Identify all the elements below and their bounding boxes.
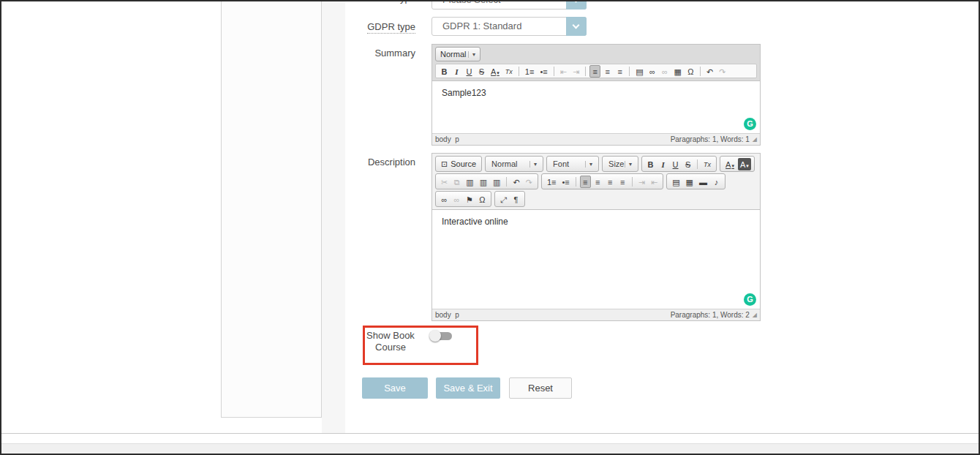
links-group: ∞∞⚑Ω — [435, 191, 491, 207]
bold-icon[interactable]: B — [439, 65, 450, 78]
bg-color-icon[interactable]: A▾ — [738, 158, 751, 170]
resize-handle-icon[interactable]: ◢ — [753, 136, 757, 143]
grammarly-icon[interactable]: G — [744, 118, 756, 130]
redo-icon: ↷ — [524, 176, 535, 188]
description-editor: ⊡SourceNormal▾Font▾Size▾BIUSTxA▾A▾ ✂⧉▥▥▥… — [431, 153, 761, 321]
strikethrough-icon[interactable]: S — [682, 158, 693, 170]
chevron-down-icon: ▾ — [497, 70, 500, 75]
font-dropdown[interactable]: Font▾ — [549, 157, 596, 170]
table-icon[interactable]: ▦ — [684, 176, 696, 188]
align-left-icon[interactable]: ≡ — [589, 65, 600, 78]
insert-group: ▤▦▬♪ — [666, 173, 725, 189]
italic-icon[interactable]: I — [657, 158, 668, 170]
table-icon[interactable]: ▦ — [672, 65, 684, 78]
gdpr-type-dropdown[interactable]: GDPR 1: Standard — [431, 17, 587, 36]
clear-formatting-icon[interactable]: Tx — [503, 65, 515, 78]
resize-handle-icon[interactable]: ◢ — [753, 312, 757, 319]
underline-icon[interactable]: U — [464, 65, 475, 78]
align-center-icon[interactable]: ≡ — [602, 65, 613, 78]
source-button[interactable]: ⊡Source — [438, 157, 479, 170]
iframe-icon[interactable]: ▬ — [697, 176, 709, 188]
description-editor-statusbar: body p Paragraphs: 1, Words: 2 ◢ — [432, 309, 760, 320]
element-path[interactable]: body p — [435, 311, 459, 319]
align-right-icon[interactable]: ≡ — [605, 176, 616, 188]
summary-editor: Normal ▾ BIUSA▾Tx1≡•≡⇤⇥≡≡≡▤∞∞▦Ω↶↷ Sample… — [431, 44, 761, 146]
clear-formatting-icon[interactable]: Tx — [701, 158, 713, 170]
description-toolbar-row: ✂⧉▥▥▥↶↷1≡•≡≡≡≡≡⇥⇤▤▦▬♪ — [435, 173, 757, 189]
summary-text: Sample123 — [442, 88, 486, 98]
numbered-list-icon[interactable]: 1≡ — [523, 65, 537, 78]
page-divider — [1, 433, 979, 434]
bold-icon[interactable]: B — [645, 158, 656, 170]
anchor-icon[interactable]: ⚑ — [464, 193, 475, 206]
undo-icon[interactable]: ↶ — [704, 65, 715, 78]
paste-word-icon[interactable]: ▥ — [491, 176, 502, 188]
align-center-icon[interactable]: ≡ — [592, 176, 603, 188]
description-toolbar-row: ⊡SourceNormal▾Font▾Size▾BIUSTxA▾A▾ — [435, 156, 757, 172]
image-icon[interactable]: ▤ — [670, 176, 682, 188]
undo-icon[interactable]: ↶ — [510, 176, 521, 188]
chevron-down-icon: ▾ — [468, 51, 475, 58]
toolbar-separator — [554, 67, 554, 76]
show-book-course-toggle[interactable] — [429, 330, 453, 342]
format-dropdown-value: Normal — [491, 159, 517, 168]
paste-text-icon[interactable]: ▥ — [478, 176, 489, 188]
toolbar-separator — [632, 177, 633, 187]
link-icon[interactable]: ∞ — [647, 65, 658, 78]
paste-icon[interactable]: ▥ — [464, 176, 475, 188]
type-dropdown-value: Please Select — [432, 0, 586, 9]
paragraph-group: 1≡•≡≡≡≡≡⇥⇤ — [541, 173, 663, 189]
chevron-down-icon[interactable] — [566, 0, 587, 10]
bullet-list-icon[interactable]: •≡ — [559, 176, 571, 188]
description-editor-content[interactable]: Interactive online G — [432, 210, 760, 309]
format-dropdown[interactable]: Normal ▾ — [435, 47, 480, 61]
format-dropdown-value: Normal — [440, 50, 466, 59]
italic-icon[interactable]: I — [451, 65, 462, 78]
summary-editor-content[interactable]: Sample123 G — [432, 81, 760, 133]
toggle-knob — [429, 330, 441, 342]
bullet-list-icon[interactable]: •≡ — [538, 65, 549, 78]
empty-side-panel — [221, 1, 322, 418]
indent-icon: ⇥ — [636, 176, 647, 188]
toolbar-separator — [697, 159, 698, 169]
show-blocks-icon[interactable]: ¶ — [510, 193, 521, 206]
description-toolbar-row: ∞∞⚑Ω⤢¶ — [435, 191, 757, 207]
source-button-label: Source — [451, 159, 476, 168]
summary-editor-statusbar: body p Paragraphs: 1, Words: 1 ◢ — [432, 133, 760, 145]
chevron-down-icon: ▾ — [746, 163, 749, 168]
format-group: Normal▾ — [485, 156, 543, 172]
maximize-icon[interactable]: ⤢ — [498, 193, 509, 206]
align-left-icon[interactable]: ≡ — [580, 176, 591, 188]
text-color-icon[interactable]: A▾ — [489, 65, 502, 78]
align-right-icon[interactable]: ≡ — [614, 65, 625, 78]
audio-icon[interactable]: ♪ — [711, 176, 722, 188]
align-justify-icon[interactable]: ≡ — [617, 176, 628, 188]
special-char-icon[interactable]: Ω — [685, 65, 696, 78]
grammarly-icon[interactable]: G — [744, 293, 756, 306]
element-path[interactable]: body p — [435, 135, 459, 143]
gdpr-type-label: GDPR type — [345, 21, 415, 33]
reset-button[interactable]: Reset — [509, 377, 572, 399]
save-button[interactable]: Save — [362, 377, 428, 399]
basic-styles-group: BIUSTx — [641, 156, 717, 172]
format-dropdown[interactable]: Normal▾ — [488, 157, 540, 170]
description-text: Interactive online — [442, 217, 508, 227]
image-icon[interactable]: ▤ — [633, 65, 645, 78]
strikethrough-icon[interactable]: S — [476, 65, 487, 78]
description-editor-toolbar: ⊡SourceNormal▾Font▾Size▾BIUSTxA▾A▾ ✂⧉▥▥▥… — [432, 154, 760, 210]
chevron-down-icon[interactable] — [566, 17, 587, 36]
special-char-icon[interactable]: Ω — [477, 193, 488, 206]
outdent-icon: ⇤ — [558, 65, 569, 78]
type-dropdown[interactable]: Please Select — [431, 0, 587, 10]
numbered-list-icon[interactable]: 1≡ — [545, 176, 559, 188]
link-icon[interactable]: ∞ — [439, 193, 450, 206]
text-color-icon[interactable]: A▾ — [723, 158, 736, 170]
content-gutter — [322, 1, 345, 434]
save-and-exit-button[interactable]: Save & Exit — [436, 377, 500, 399]
size-dropdown[interactable]: Size▾ — [605, 157, 636, 170]
toolbar-separator — [519, 67, 519, 76]
word-count: Paragraphs: 1, Words: 2 — [671, 311, 750, 319]
underline-icon[interactable]: U — [670, 158, 681, 170]
source-button-icon: ⊡ — [441, 159, 448, 169]
clipboard-group: ✂⧉▥▥▥↶↷ — [435, 173, 538, 189]
